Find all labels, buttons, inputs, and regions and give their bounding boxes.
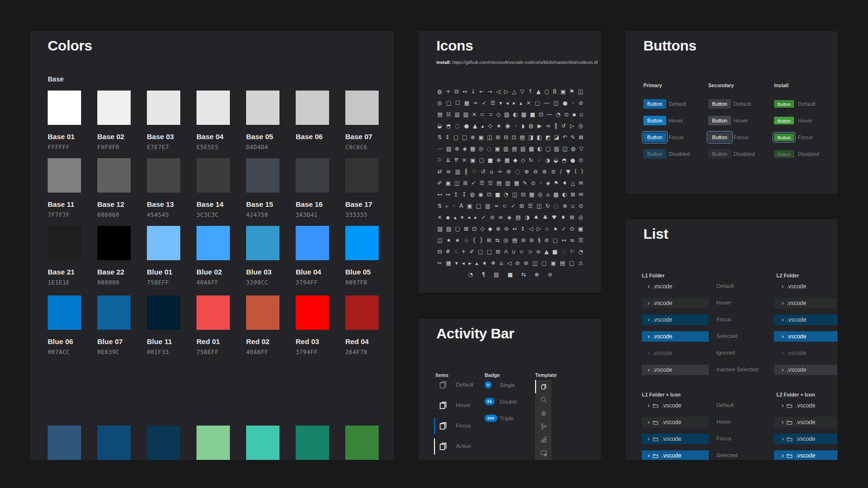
list-row-l1-selected[interactable]: ›.vscode	[642, 450, 709, 460]
install-url[interactable]: https://github.com/microsoft/vscode-codi…	[452, 60, 598, 65]
list-row-l2-selected[interactable]: ›.vscode	[774, 331, 837, 342]
color-hex-value: 3794FF	[296, 279, 329, 286]
button-state-label: Disabled	[734, 151, 755, 157]
codicon-glyph: ▨	[446, 226, 451, 232]
codicon-glyph: ⊕	[471, 135, 475, 141]
list-state-label: Focus	[716, 316, 731, 322]
icons-panel: Icons Install: https://github.com/micros…	[419, 31, 601, 293]
install-button-hover[interactable]: Button	[774, 117, 794, 124]
extensions-icon[interactable]	[535, 433, 551, 447]
list-row-l2-selected[interactable]: ›.vscode	[774, 450, 837, 460]
secondary-button-hover[interactable]: Button	[708, 116, 731, 125]
color-hex-value: 3794FF	[296, 349, 329, 356]
list-row-l2-inactive-selected[interactable]: ›.vscode	[774, 365, 837, 375]
codicon-glyph: ☰	[490, 101, 495, 106]
search-icon[interactable]	[535, 393, 551, 407]
list-row-l2-ignored[interactable]: ›.vscode	[774, 348, 837, 358]
codicon-glyph: ★	[553, 226, 558, 232]
color-name: Blue 02	[196, 268, 230, 276]
button-state-label: Disabled	[798, 151, 819, 157]
list-row-l1-focus[interactable]: ›.vscode	[642, 315, 709, 325]
source-control-icon[interactable]	[535, 420, 551, 433]
codicon-glyph: ↔	[512, 226, 517, 232]
primary-button-disabled[interactable]: Button	[643, 149, 666, 159]
primary-button-default[interactable]: Button	[643, 99, 666, 109]
codicon-glyph: ✎	[523, 181, 527, 186]
codicon-glyph: ✕	[437, 215, 442, 221]
codicon-glyph: ⌂	[546, 192, 549, 198]
remote-icon[interactable]	[535, 447, 551, 460]
secondary-button-default[interactable]: Button	[708, 99, 731, 109]
color-hex-value: 75BEFF	[196, 349, 230, 356]
install-button-default[interactable]: Button	[774, 100, 794, 108]
codicon-glyph: ◌	[487, 146, 492, 152]
codicon-glyph: ▸	[513, 101, 516, 106]
list-row-l2-focus[interactable]: ›.vscode	[774, 434, 837, 444]
color-cell	[147, 426, 180, 460]
color-cell: Base 22000000	[97, 226, 131, 286]
color-cell: Base 06	[296, 91, 329, 144]
files-icon[interactable]	[438, 441, 448, 451]
color-cell: Blue 06007ACC	[48, 295, 81, 356]
color-hex-value: 264F78	[345, 349, 379, 356]
button-state-label: Default	[669, 101, 686, 107]
list-panel: List L1 FolderL2 Folder›.vscode›.vscodeD…	[626, 219, 837, 460]
codicon-glyph: ○	[544, 89, 549, 95]
codicon-glyph: ⊕	[496, 158, 501, 163]
debug-icon[interactable]	[535, 407, 551, 420]
color-cell: Base 05D4D4D4	[246, 91, 279, 151]
primary-button-hover[interactable]: Button	[643, 116, 666, 125]
secondary-button-focus[interactable]: Button	[708, 132, 731, 142]
list-row-l2-hover[interactable]: ›.vscode	[774, 298, 837, 308]
codicon-row: ▤☱▥▧✕⊂⊃◇▨◐▩■⊡—◔⊙▪▫	[437, 109, 583, 121]
codicon-glyph: ◍	[571, 146, 576, 152]
codicon-glyph: ⇅	[437, 203, 442, 209]
codicon-glyph: ¶	[482, 272, 485, 278]
list-row-l1-selected[interactable]: ›.vscode	[642, 331, 709, 342]
codicon-glyph: ◫	[437, 238, 443, 244]
codicon-glyph: ◫	[578, 89, 583, 95]
color-cell	[246, 426, 279, 460]
codicon-glyph: ◂	[467, 215, 470, 221]
codicon-glyph: ◔	[504, 192, 508, 198]
codicon-glyph: ↕	[445, 135, 450, 141]
list-row-l2-hover[interactable]: ›.vscode	[774, 417, 837, 427]
codicon-glyph: ▦	[529, 192, 534, 198]
install-button-focus[interactable]: Button	[774, 133, 794, 141]
color-cell	[296, 426, 329, 460]
codicon-glyph: ◁	[507, 261, 511, 266]
list-row-l1-hover[interactable]: ›.vscode	[642, 417, 709, 427]
list-row-l1-ignored[interactable]: ›.vscode	[642, 348, 709, 358]
list-row-l1-hover[interactable]: ›.vscode	[642, 298, 709, 308]
codicon-glyph: ◆	[513, 158, 517, 163]
list-row-l1-focus[interactable]: ›.vscode	[642, 434, 709, 444]
codicon-glyph: ‖	[465, 169, 467, 175]
files-icon[interactable]	[438, 420, 448, 431]
codicon-glyph: ♣	[543, 215, 548, 221]
color-swatch	[296, 226, 329, 260]
install-button-disabled[interactable]: Button	[774, 150, 794, 158]
primary-button-focus[interactable]: Button	[643, 132, 666, 142]
codicon-glyph: ◎	[579, 215, 583, 221]
list-row-l1-default[interactable]: ›.vscode	[642, 281, 709, 292]
codicon-glyph: ◦	[514, 123, 517, 129]
codicon-glyph: ◦	[571, 101, 575, 106]
codicon-glyph: ▾	[455, 261, 458, 266]
list-row-l2-default[interactable]: ›.vscode	[774, 281, 837, 292]
files-icon[interactable]	[438, 400, 448, 410]
codicon-glyph: ▢	[455, 226, 460, 232]
color-hex-value: C6C6C6	[345, 144, 379, 151]
codicon-glyph: ◩	[546, 135, 551, 141]
color-name: Base 21	[48, 268, 81, 276]
files-icon[interactable]	[438, 379, 448, 390]
codicon-glyph: ⊚	[529, 238, 534, 244]
secondary-button-disabled[interactable]: Button	[708, 149, 731, 159]
codicon-row: ⊟#∴+✐▢□⊞∩∪⊂⊃≡▲■♢⚐◔	[437, 246, 583, 258]
list-row-l1-inactive-selected[interactable]: ›.vscode	[642, 365, 709, 375]
list-row-l2-default[interactable]: ›.vscode	[774, 400, 837, 411]
list-row-l2-focus[interactable]: ›.vscode	[774, 315, 837, 325]
template-header: Template	[535, 372, 557, 378]
list-row-l1-default[interactable]: ›.vscode	[642, 400, 709, 411]
codicon-glyph: ◧	[537, 135, 542, 141]
files-icon[interactable]	[535, 380, 551, 393]
